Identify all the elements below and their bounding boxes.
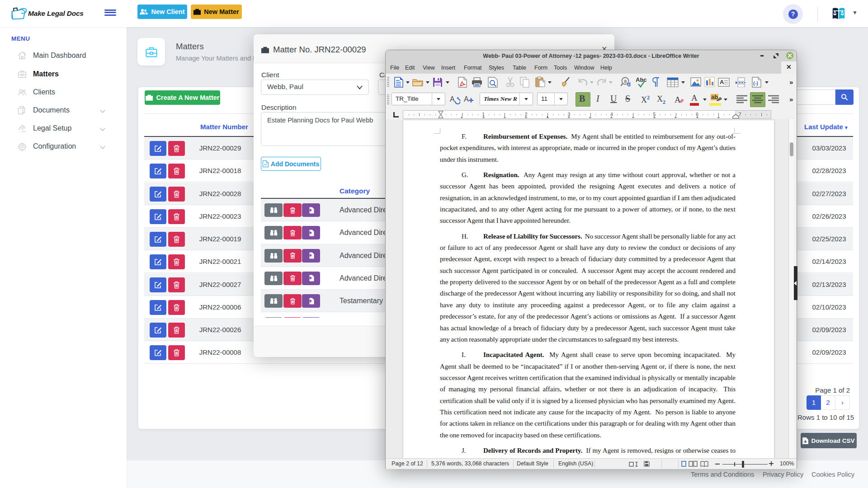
svg-text:A: A: [720, 79, 724, 85]
svg-text:(-): (-): [753, 80, 758, 86]
svg-text:Abc: Abc: [636, 76, 647, 83]
svg-text:A: A: [675, 95, 681, 104]
svg-text:a: a: [624, 78, 627, 84]
svg-text:d: d: [627, 81, 631, 88]
svg-text:A: A: [450, 95, 455, 103]
svg-text:A: A: [464, 95, 469, 103]
